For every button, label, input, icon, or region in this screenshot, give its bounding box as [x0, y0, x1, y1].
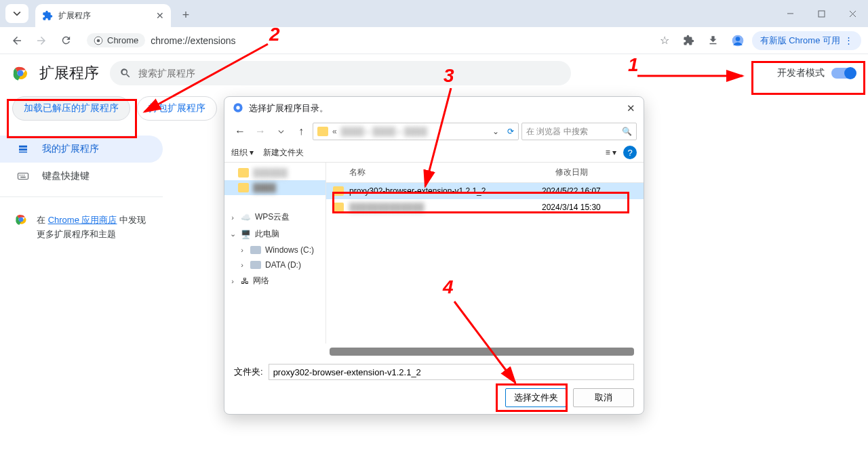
view-menu[interactable]: ≡ ▾ [606, 148, 616, 157]
folder-label: 文件夹: [234, 366, 263, 378]
tree-row-windows-c[interactable]: ›Windows (C:) [224, 243, 326, 257]
nav-up-button[interactable]: ↑ [292, 123, 310, 140]
list-row[interactable]: proxy302-browser-extension-v1.2.1_2 2024… [326, 183, 644, 199]
dialog-titlebar: 选择扩展程序目录。 ✕ [224, 97, 644, 120]
tree-row[interactable]: ████ [224, 180, 326, 195]
dialog-search[interactable]: 在 浏览器 中搜索 🔍 [521, 123, 637, 140]
tree-label: Windows (C:) [265, 245, 314, 255]
extensions-icon[interactable] [679, 30, 699, 51]
tree-row[interactable]: ██████ [224, 165, 326, 180]
store-prefix: 在 [37, 215, 48, 225]
tree-row-wps[interactable]: ›☁️WPS云盘 [224, 209, 326, 226]
puzzle-icon [42, 10, 53, 21]
store-promo-text: 在 Chrome 应用商店 中发现更多扩展程序和主题 [37, 213, 148, 242]
folder-icon [238, 183, 249, 192]
row-date: 2024/5/22 16:07 [542, 186, 637, 196]
divider [0, 196, 163, 197]
list-header: 名称 修改日期 [326, 163, 644, 183]
tab-close-icon[interactable]: ✕ [156, 10, 164, 21]
site-chip[interactable]: Chrome [87, 33, 145, 47]
list-row[interactable]: █████████████ 2024/3/14 15:30 [326, 199, 644, 215]
refresh-icon[interactable]: ⟳ [507, 127, 514, 136]
cloud-icon: ☁️ [241, 213, 251, 222]
search-placeholder: 在 浏览器 中搜索 [526, 126, 588, 138]
help-icon[interactable]: ? [623, 146, 637, 159]
path-breadcrumb[interactable]: « ████ ▸ ████ ▸ ████ ⌄ ⟳ [313, 123, 519, 140]
horizontal-scrollbar[interactable] [330, 348, 634, 356]
svg-rect-15 [20, 177, 26, 178]
sidebar-item-my-extensions[interactable]: 我的扩展程序 [0, 136, 163, 163]
row-date: 2024/3/14 15:30 [542, 203, 637, 212]
folder-name-row: 文件夹: [234, 364, 634, 380]
extensions-search[interactable] [110, 61, 571, 85]
stack-icon [16, 142, 30, 156]
dialog-close-button[interactable]: ✕ [627, 102, 635, 114]
folder-name-input[interactable] [269, 364, 634, 380]
new-folder-button[interactable]: 新建文件夹 [263, 147, 304, 159]
path-prefix: « [332, 127, 337, 136]
folder-icon [333, 186, 344, 196]
svg-rect-1 [818, 11, 825, 17]
folder-tree: ██████ ████ ›☁️WPS云盘 ⌄🖥️此电脑 ›Windows (C:… [224, 163, 326, 344]
chrome-logo-icon [15, 213, 27, 242]
load-unpacked-button[interactable]: 加载已解压的扩展程序 [12, 96, 130, 121]
tab-title: 扩展程序 [58, 10, 151, 22]
maximize-icon[interactable] [806, 3, 837, 24]
developer-mode-row: 开发者模式 [777, 67, 856, 79]
nav-forward-button[interactable]: → [252, 123, 269, 140]
omnibox-url: chrome://extensions [151, 35, 235, 46]
browser-tab[interactable]: 扩展程序 ✕ [35, 4, 171, 27]
reload-button[interactable] [56, 30, 76, 51]
sidebar-item-label: 键盘快捷键 [42, 170, 90, 182]
sidebar-item-label: 我的扩展程序 [42, 143, 99, 155]
tree-row-data-d[interactable]: ›DATA (D:) [224, 257, 326, 272]
chevron-down-icon[interactable]: ⌄ [492, 127, 499, 136]
row-name: █████████████ [349, 203, 536, 212]
row-name: proxy302-browser-extension-v1.2.1_2 [349, 186, 536, 196]
svg-point-17 [19, 217, 24, 222]
developer-mode-toggle[interactable] [831, 68, 856, 79]
back-button[interactable] [7, 30, 27, 51]
chrome-web-store-link[interactable]: Chrome 应用商店 [48, 215, 117, 225]
search-icon [119, 67, 132, 79]
chrome-icon [94, 36, 103, 45]
dialog-nav: ← → ↑ « ████ ▸ ████ ▸ ████ ⌄ ⟳ 在 浏览器 中搜索… [224, 120, 644, 143]
sidebar-item-shortcuts[interactable]: 键盘快捷键 [0, 163, 163, 190]
blurred-label: ██████ [253, 168, 288, 178]
tree-row-network[interactable]: ›🖧网络 [224, 272, 326, 289]
minimize-icon[interactable] [774, 3, 806, 24]
nav-back-button[interactable]: ← [231, 123, 249, 140]
svg-rect-13 [22, 175, 23, 176]
pack-extension-button[interactable]: 打包扩展程序 [137, 96, 217, 121]
col-date[interactable]: 修改日期 [549, 163, 644, 182]
profile-icon[interactable] [728, 30, 748, 51]
site-chip-label: Chrome [107, 35, 138, 45]
folder-icon [238, 168, 249, 178]
sidebar-store-promo: 在 Chrome 应用商店 中发现更多扩展程序和主题 [0, 204, 163, 251]
svg-rect-14 [24, 175, 25, 176]
tab-strip: 扩展程序 ✕ + [0, 0, 868, 27]
organize-menu[interactable]: 组织 ▾ [231, 147, 254, 159]
select-folder-button[interactable]: 选择文件夹 [505, 388, 566, 407]
kebab-icon: ⋮ [844, 35, 853, 45]
omnibox[interactable]: Chrome chrome://extensions [80, 30, 650, 51]
search-input[interactable] [138, 68, 561, 79]
forward-button[interactable] [31, 30, 52, 51]
tree-label: 此电脑 [255, 228, 279, 240]
close-window-icon[interactable] [837, 3, 868, 24]
tabs-dropdown[interactable] [5, 4, 28, 23]
tree-row-thispc[interactable]: ⌄🖥️此电脑 [224, 226, 326, 243]
svg-rect-11 [18, 173, 28, 180]
cancel-button[interactable]: 取消 [573, 388, 634, 407]
dialog-toolbar: 组织 ▾ 新建文件夹 ≡ ▾ ? [224, 143, 644, 163]
chrome-logo-icon [233, 102, 243, 115]
folder-icon [317, 127, 328, 136]
bookmark-icon[interactable]: ☆ [654, 30, 675, 51]
col-name[interactable]: 名称 [342, 163, 549, 182]
nav-recent-dropdown[interactable] [272, 123, 290, 140]
chrome-update-chip[interactable]: 有新版 Chrome 可用 ⋮ [752, 31, 861, 50]
new-tab-button[interactable]: + [176, 5, 195, 24]
developer-mode-label: 开发者模式 [777, 67, 825, 79]
tree-label: 网络 [253, 275, 269, 287]
downloads-icon[interactable] [703, 30, 724, 51]
